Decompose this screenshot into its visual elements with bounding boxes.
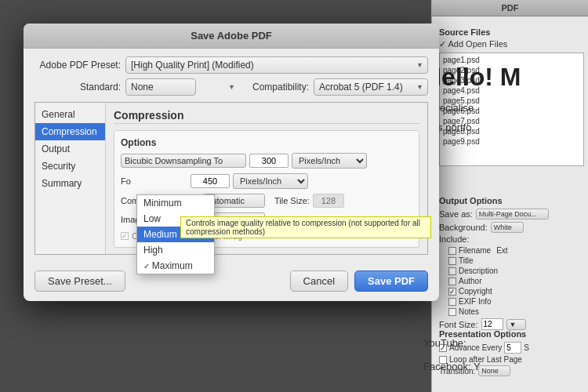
include-label: Include: (439, 234, 584, 244)
sidebar-security-label: Security (42, 161, 75, 172)
for-number-input[interactable] (191, 174, 230, 188)
youtube-row: YouTube: (423, 337, 466, 349)
list-item: page9.psd (441, 136, 582, 147)
filename-checkbox-row: Filename Ext (448, 245, 584, 256)
for-unit-wrap: Pixels/Inch (233, 173, 308, 189)
source-files-section: Source Files ✓ Add Open Files page1.psd … (439, 27, 584, 166)
dialog-footer: Save Preset... Cancel Save PDF (24, 263, 439, 301)
downsampling-number-input[interactable] (249, 154, 289, 168)
preset-select[interactable]: [High Quality Print] (Modified) (125, 56, 428, 74)
description-checkbox-row: Description (448, 266, 584, 276)
font-size-unit-select[interactable]: ▼ (506, 319, 527, 330)
advance-unit: S (524, 343, 529, 352)
sidebar-general-label: General (42, 109, 75, 120)
description-checkbox[interactable] (448, 267, 456, 275)
convert-checkbox[interactable]: ✓ (121, 232, 129, 240)
author-checkbox-row: Author (448, 276, 584, 286)
downsampling-row: Bicubic Downsampling To Pixels/Inch (121, 153, 412, 169)
downsampling-select-wrap: Bicubic Downsampling To (121, 154, 246, 168)
title-label: Title (459, 256, 474, 265)
exif-checkbox[interactable] (448, 298, 456, 306)
standard-arrow-icon: ▼ (228, 83, 235, 91)
font-size-input[interactable] (481, 318, 503, 330)
options-title: Options (121, 137, 412, 148)
background-select[interactable]: White (491, 222, 524, 233)
tile-size-input[interactable] (313, 194, 344, 208)
ext-checkbox-row: Ext (496, 246, 507, 255)
save-as-select[interactable]: Multi-Page Docu... (476, 209, 549, 220)
sidebar-item-security[interactable]: Security (35, 158, 105, 175)
sidebar-compression-label: Compression (42, 126, 97, 137)
preset-select-wrapper: [High Quality Print] (Modified) ▼ (125, 56, 428, 74)
sidebar-item-compression[interactable]: Compression (35, 123, 105, 140)
copyright-label: Copyright (459, 287, 492, 296)
preset-row: Adobe PDF Preset: [High Quality Print] (… (34, 56, 428, 74)
filename-label: Filename (459, 246, 491, 255)
description-label: Description (459, 267, 498, 275)
copyright-checkbox[interactable]: ✓ (448, 288, 456, 296)
save-pdf-dialog: Save Adobe PDF Adobe PDF Preset: [High Q… (24, 24, 439, 301)
filename-checkbox[interactable] (448, 247, 456, 255)
save-preset-button[interactable]: Save Preset... (34, 270, 125, 292)
title-checkbox[interactable] (448, 257, 456, 265)
for-row: Fo Pixels/Inch (121, 173, 412, 189)
sidebar-item-general[interactable]: General (35, 106, 105, 123)
for-unit-select[interactable]: Pixels/Inch (233, 173, 308, 189)
font-size-row: Font Size: ▼ (439, 318, 584, 330)
preset-label: Adobe PDF Preset: (34, 60, 121, 71)
cancel-button[interactable]: Cancel (290, 270, 348, 292)
notes-label: Notes (459, 307, 479, 316)
sidebar: General Compression Output Security Summ… (35, 103, 106, 254)
notes-checkbox[interactable] (448, 308, 456, 316)
dialog-titlebar: Save Adobe PDF (24, 24, 439, 49)
advance-value-input[interactable] (504, 342, 521, 354)
save-pdf-button[interactable]: Save PDF (354, 270, 428, 292)
downsampling-unit-select[interactable]: Pixels/Inch (292, 153, 367, 169)
standard-row: Standard: None ▼ Compatibility: Acrobat … (34, 78, 428, 96)
downsampling-unit-wrap: Pixels/Inch (292, 153, 367, 169)
background-label: Background: (439, 223, 488, 232)
notes-checkbox-row: Notes (448, 307, 584, 317)
compatibility-select-wrapper: Acrobat 5 (PDF 1.4) ▼ (314, 78, 428, 96)
add-open-files[interactable]: ✓ Add Open Files (439, 39, 584, 49)
dialog-title: Save Adobe PDF (191, 30, 272, 42)
downsampling-select[interactable]: Bicubic Downsampling To (121, 154, 246, 168)
sidebar-summary-label: Summary (42, 178, 82, 189)
right-panel-title: PDF (432, 0, 588, 16)
title-checkbox-row: Title (448, 256, 584, 266)
output-options-title: Output Options (439, 196, 584, 205)
dropdown-item-maximum[interactable]: Maximum (137, 258, 214, 274)
save-as-label: Save as: (439, 209, 473, 219)
tile-size-label: Tile Size: (274, 196, 310, 205)
compression-header: Compression (114, 109, 419, 124)
exif-label: EXIF Info (459, 297, 492, 306)
tooltip: Controls image quality relative to compr… (180, 216, 431, 238)
output-options-section: Output Options Save as: Multi-Page Docu.… (439, 196, 584, 330)
footer-right: Cancel Save PDF (290, 270, 428, 292)
sidebar-item-output[interactable]: Output (35, 140, 105, 158)
author-checkbox[interactable] (448, 278, 456, 285)
author-label: Author (459, 277, 481, 285)
copyright-checkbox-row: ✓ Copyright (448, 286, 584, 296)
standard-select[interactable]: None (125, 78, 196, 96)
compatibility-select[interactable]: Acrobat 5 (PDF 1.4) (314, 78, 428, 96)
exif-checkbox-row: EXIF Info (448, 296, 584, 307)
font-size-label: Font Size: (439, 320, 478, 329)
for-label: Fo (121, 176, 187, 186)
dropdown-item-minimum[interactable]: Minimum (137, 195, 214, 211)
source-files-title: Source Files (439, 27, 584, 37)
standard-select-wrapper: None ▼ (125, 78, 240, 96)
standard-label: Standard: (34, 82, 121, 93)
sidebar-item-summary[interactable]: Summary (35, 175, 105, 192)
compatibility-label: Compatibility: (252, 82, 309, 93)
ext-label: Ext (496, 246, 507, 255)
transition-select[interactable]: None (478, 365, 510, 376)
sidebar-output-label: Output (42, 143, 70, 154)
facebook-row: Facebook: Y (423, 361, 481, 372)
dropdown-item-high[interactable]: High (137, 242, 214, 258)
